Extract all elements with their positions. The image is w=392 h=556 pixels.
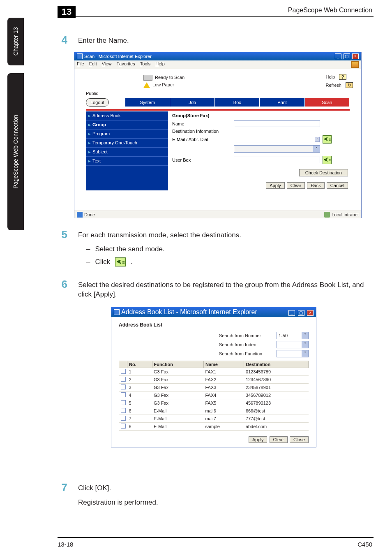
ie-menubar: File Edit View Favorites Tools Help	[74, 60, 361, 69]
check-destination-button[interactable]: Check Destination	[299, 169, 348, 176]
step-5-sub-a-text: Select the send mode.	[95, 245, 164, 253]
step-5-sub-b: – Click ⮜≣ .	[86, 257, 372, 266]
chapter-number: 13	[62, 7, 71, 17]
side-tab-chapter-label: Chapter 13	[12, 27, 19, 56]
row-destination: 4567890123	[244, 399, 309, 407]
arrow-list-icon: ⮜≣	[323, 157, 331, 163]
row-no: 7	[127, 415, 152, 423]
menu-help[interactable]: Help	[155, 61, 165, 68]
row-checkbox[interactable]	[121, 424, 126, 429]
row-destination: 666@test	[244, 407, 309, 415]
menu-file[interactable]: File	[77, 61, 84, 68]
select-up-icon: ˄	[315, 137, 320, 142]
row-checkbox[interactable]	[121, 416, 126, 421]
nav-text[interactable]: Text	[86, 157, 168, 166]
dlg-max-button[interactable]: ▢	[298, 310, 304, 316]
tab-job[interactable]: Job	[170, 98, 215, 107]
tabstrip: System Job Box Print Scan	[125, 98, 350, 107]
search-number-select[interactable]: 1-50˅	[277, 332, 309, 339]
nav-subject[interactable]: Subject	[86, 148, 168, 157]
dlg-titlebar: Address Book List - Microsoft Internet E…	[111, 307, 316, 317]
step-6: 6 Select the desired destinations to be …	[58, 278, 372, 299]
row-no: 3	[127, 384, 152, 392]
side-tab-section-label: PageScope Web Connection	[12, 115, 19, 189]
nav-group[interactable]: Group	[86, 120, 168, 130]
dlg-close-button-2[interactable]: Close	[290, 436, 309, 443]
nav-address-book[interactable]: Address Book	[86, 111, 168, 120]
userbox-input[interactable]	[234, 157, 320, 163]
step-6-number: 6	[58, 278, 67, 299]
help-icon[interactable]: ?	[339, 74, 346, 80]
statusbar-done: Done	[84, 212, 95, 217]
table-row: 6E-Mailmail6666@test	[119, 407, 309, 415]
chevron-down-icon: ˅	[313, 146, 320, 152]
row-destination: 1234567890	[244, 376, 309, 384]
email-abbr-select-lower[interactable]: ˅	[234, 145, 320, 153]
tab-print[interactable]: Print	[260, 98, 304, 107]
apply-button[interactable]: Apply	[266, 182, 285, 189]
step-5-number: 5	[58, 228, 67, 241]
help-link[interactable]: Help	[325, 74, 335, 79]
page-title: PageScope Web Connection	[288, 7, 372, 14]
row-checkbox[interactable]	[121, 400, 126, 405]
dlg-min-button[interactable]: _	[288, 310, 295, 316]
row-function: E-Mail	[152, 423, 203, 431]
row-no: 8	[127, 423, 152, 431]
step-7-text: Click [OK].	[78, 484, 158, 493]
app-body: Ready to Scan Low Paper Help? Refresh Pu…	[74, 69, 361, 211]
table-row: 5G3 FaxFAX54567890123	[119, 399, 309, 407]
menu-tools[interactable]: Tools	[140, 61, 151, 68]
tab-system[interactable]: System	[125, 98, 170, 107]
col-function: Function	[152, 361, 203, 368]
step-7-followup: Registration is performed.	[78, 498, 158, 507]
nav-temporary-one-touch[interactable]: Temporary One-Touch	[86, 139, 168, 148]
row-checkbox[interactable]	[121, 385, 126, 389]
pick-destinations-userbox-button[interactable]: ⮜≣	[323, 156, 332, 164]
row-name: FAX4	[203, 392, 244, 399]
row-name: mail6	[203, 407, 244, 415]
tab-box[interactable]: Box	[215, 98, 260, 107]
step-5-text: For each transmission mode, select the d…	[78, 228, 241, 241]
row-checkbox[interactable]	[121, 408, 126, 413]
dlg-close-button[interactable]: ×	[307, 310, 314, 316]
row-checkbox[interactable]	[121, 377, 126, 382]
refresh-link[interactable]: Refresh	[325, 83, 341, 88]
clear-button[interactable]: Clear	[287, 182, 305, 189]
menu-view[interactable]: View	[102, 61, 112, 68]
name-input[interactable]	[234, 120, 320, 127]
ie-done-icon	[77, 212, 83, 218]
cancel-button[interactable]: Cancel	[327, 182, 348, 189]
row-checkbox[interactable]	[121, 392, 126, 397]
table-row: 4G3 FaxFAX43456789012	[119, 392, 309, 399]
dlg-apply-button[interactable]: Apply	[249, 436, 267, 443]
dlg-clear-button[interactable]: Clear	[270, 436, 288, 443]
search-function-select[interactable]: ˅	[277, 350, 309, 357]
row-name: FAX1	[203, 368, 244, 376]
step-5: 5 For each transmission mode, select the…	[58, 228, 372, 241]
back-button[interactable]: Back	[307, 182, 324, 189]
table-row: 2G3 FaxFAX21234567890	[119, 376, 309, 384]
tab-scan[interactable]: Scan	[305, 98, 350, 107]
footer-page-number: 13-18	[58, 541, 73, 548]
logout-button[interactable]: Logout	[86, 98, 109, 107]
email-abbr-select[interactable]: ˄	[234, 136, 320, 143]
dlg-title: Address Book List - Microsoft Internet E…	[121, 308, 257, 316]
ie-throbber-icon	[351, 61, 359, 68]
menu-edit[interactable]: Edit	[89, 61, 97, 68]
arrow-list-icon: ⮜≣	[323, 137, 331, 142]
row-destination: 2345678901	[244, 384, 309, 392]
menu-favorites[interactable]: Favorites	[116, 61, 135, 68]
window-min-button[interactable]: _	[335, 53, 341, 59]
window-close-button[interactable]: ×	[352, 53, 359, 59]
dash-icon: –	[86, 258, 90, 266]
arrow-list-icon-inline: ⮜≣	[115, 257, 126, 266]
row-checkbox[interactable]	[121, 369, 126, 374]
refresh-icon[interactable]	[346, 82, 353, 88]
nav-program[interactable]: Program	[86, 130, 168, 139]
search-index-select[interactable]: ˅	[277, 341, 309, 348]
row-name: sample	[203, 423, 244, 431]
pick-destinations-email-button[interactable]: ⮜≣	[323, 135, 332, 144]
row-name: FAX5	[203, 399, 244, 407]
window-max-button[interactable]: ▢	[344, 53, 350, 59]
step-5-sub-a: – Select the send mode.	[86, 245, 372, 253]
